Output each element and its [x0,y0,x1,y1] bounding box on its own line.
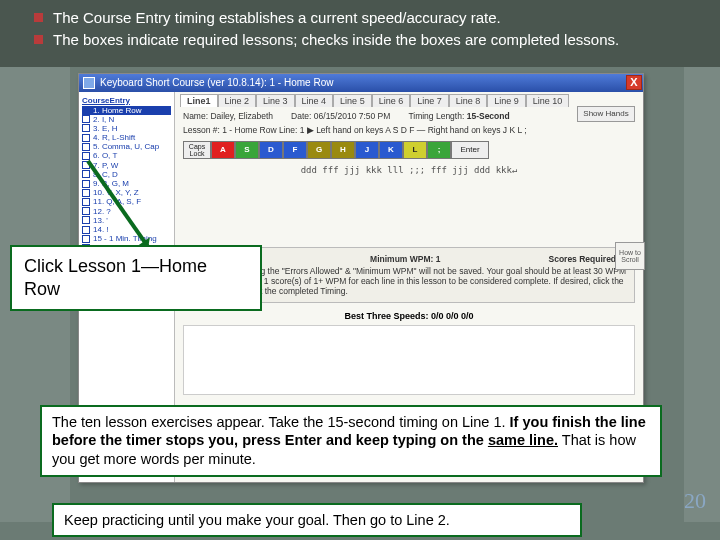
checkbox-icon [82,198,90,206]
bullet-2: The boxes indicate required lessons; che… [53,30,702,50]
key-d: D [259,141,283,159]
tab-line7[interactable]: Line 7 [410,94,449,107]
bg-stripe-right [684,67,720,522]
timing-label: Timing Length: [408,111,464,121]
bullet-icon [34,35,43,44]
lesson-item[interactable]: 14. ! [82,225,171,234]
lesson-item-selected[interactable]: 1. Home Row [82,106,171,115]
lesson-label: 1. Home Row [93,106,141,115]
date-value: 06/15/2010 7:50 PM [314,111,391,121]
checkbox-icon [82,115,90,123]
key-f: F [283,141,307,159]
lesson-item[interactable]: 4. R, L-Shift [82,133,171,142]
checkbox-icon [82,143,90,151]
lesson-item[interactable]: 10. V, X, Y, Z [82,188,171,197]
checkbox-icon [82,170,90,178]
tab-line9[interactable]: Line 9 [487,94,526,107]
callout-text: The ten lesson exercises appear. Take th… [52,414,510,430]
key-k: K [379,141,403,159]
lesson-label: 5. Comma, U, Cap [93,142,159,151]
lesson-label: 4. R, L-Shift [93,133,135,142]
bullet-icon [34,13,43,22]
title-bar[interactable]: Keyboard Short Course (ver 10.8.14): 1 -… [79,74,643,92]
show-hands-button[interactable]: Show Hands [577,106,635,122]
checkbox-icon [82,189,90,197]
window-title: Keyboard Short Course (ver 10.8.14): 1 -… [100,77,333,88]
intro-bullets: The Course Entry timing establishes a cu… [0,0,720,67]
tab-line6[interactable]: Line 6 [372,94,411,107]
close-button[interactable]: X [626,75,642,90]
lesson-label: 13. ' [93,216,108,225]
key-h: H [331,141,355,159]
key-g: G [307,141,331,159]
lesson-description: Lesson #: 1 - Home Row Line: 1 ▶ Left ha… [175,125,643,139]
lesson-item[interactable]: 15 - 1 Min. Timing [82,234,171,243]
key-enter: Enter [451,141,489,159]
info-line: Name: Dailey, Elizabeth Date: 06/15/2010… [175,107,643,125]
tab-line1[interactable]: Line1 [180,94,218,107]
key-l: L [403,141,427,159]
lesson-item[interactable]: 5. Comma, U, Cap [82,142,171,151]
scroll-hint-button[interactable]: How to Scroll [615,242,645,270]
timing-value: 15-Second [467,111,510,121]
lesson-label: 3. E, H [93,124,117,133]
checkbox-icon [82,124,90,132]
lesson-list-header: CourseEntry [82,96,171,105]
lesson-label: 12. ? [93,207,111,216]
lesson-item[interactable]: 2. I, N [82,115,171,124]
lesson-item[interactable]: 6. O, T [82,151,171,160]
lesson-label: 14. ! [93,225,109,234]
exercise-text: ddd fff jjj kkk lll ;;; fff jjj ddd kkk↵ [175,163,643,177]
name-value: Dailey, Elizabeth [210,111,273,121]
keyboard-row: Caps Lock A S D F G H J K L ; Enter [183,141,635,159]
lesson-label: 6. O, T [93,151,117,160]
lesson-item[interactable]: 3. E, H [82,124,171,133]
lesson-item[interactable]: 11. Q, A, S, F [82,197,171,206]
key-a: A [211,141,235,159]
line-tabs: Line1 Line 2 Line 3 Line 4 Line 5 Line 6… [175,92,643,107]
checkbox-icon [82,134,90,142]
min-wpm: Minimum WPM: 1 [370,254,440,264]
typing-area[interactable] [183,325,635,395]
checkbox-icon [82,180,90,188]
checkbox-icon [82,216,90,224]
checkbox-icon [82,226,90,234]
tab-line3[interactable]: Line 3 [256,94,295,107]
key-j: J [355,141,379,159]
tab-line8[interactable]: Line 8 [449,94,488,107]
tab-line10[interactable]: Line 10 [526,94,570,107]
lesson-item[interactable]: 9. B, G, M [82,179,171,188]
callout-click-lesson: Click Lesson 1—Home Row [10,245,262,312]
app-icon [83,77,95,89]
date-label: Date: [291,111,311,121]
key-s: S [235,141,259,159]
lesson-label: 2. I, N [93,115,114,124]
key-semicolon: ; [427,141,451,159]
lesson-label: 7. P, W [93,161,118,170]
page-number: 20 [684,488,706,514]
tab-line2[interactable]: Line 2 [218,94,257,107]
callout-text-underline: same line. [488,432,558,448]
tab-line4[interactable]: Line 4 [295,94,334,107]
name-label: Name: [183,111,208,121]
checkbox-icon [82,207,90,215]
key-caps: Caps Lock [183,141,211,159]
tab-line5[interactable]: Line 5 [333,94,372,107]
checkbox-icon [82,106,90,114]
callout-exercises: The ten lesson exercises appear. Take th… [40,405,662,478]
lesson-label: 10. V, X, Y, Z [93,188,139,197]
checkbox-icon [82,235,90,243]
bullet-1: The Course Entry timing establishes a cu… [53,8,702,28]
callout-keep-practicing: Keep practicing until you make your goal… [52,503,582,538]
